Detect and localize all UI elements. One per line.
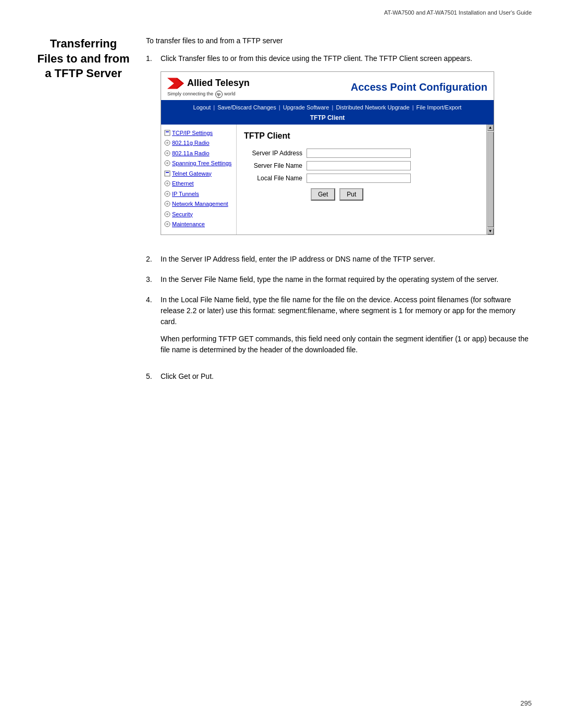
svg-rect-10 bbox=[165, 171, 170, 176]
server-ip-row: Server IP Address bbox=[244, 149, 479, 158]
server-ip-label: Server IP Address bbox=[244, 149, 307, 158]
tftp-panel: TFTP Client Server IP Address Server Fil… bbox=[237, 125, 486, 235]
svg-rect-3 bbox=[166, 131, 169, 132]
svg-rect-2 bbox=[165, 130, 170, 135]
svg-point-21 bbox=[166, 223, 168, 225]
logo: Allied Telesyn Simply connecting the ip … bbox=[167, 76, 250, 98]
scrollbar[interactable]: ▲ ▼ bbox=[486, 125, 494, 235]
sidebar-item-spanning[interactable]: Spanning Tree Settings bbox=[164, 159, 233, 168]
svg-point-19 bbox=[166, 213, 168, 215]
local-file-input[interactable] bbox=[307, 174, 411, 183]
step-5: 5. Click Get or Put. bbox=[146, 371, 532, 382]
step-4: 4. In the Local File Name field, type th… bbox=[146, 294, 532, 362]
tftp-panel-title: TFTP Client bbox=[244, 130, 479, 142]
button-row: Get Put bbox=[311, 188, 479, 201]
svg-marker-1 bbox=[167, 78, 182, 89]
app-title: Access Point Configuration bbox=[351, 79, 487, 95]
file-import-link[interactable]: File Import/Export bbox=[417, 104, 462, 110]
server-file-label: Server File Name bbox=[244, 161, 307, 170]
svg-point-15 bbox=[166, 193, 168, 195]
scroll-thumb[interactable] bbox=[487, 132, 494, 227]
step-3: 3. In the Server File Name field, type t… bbox=[146, 274, 532, 285]
put-button[interactable]: Put bbox=[339, 188, 363, 201]
svg-rect-11 bbox=[166, 172, 169, 173]
note-paragraph: When performing TFTP GET commands, this … bbox=[161, 334, 532, 355]
sidebar-item-80211a[interactable]: 802.11a Radio bbox=[164, 149, 233, 158]
svg-point-9 bbox=[166, 162, 168, 164]
get-button[interactable]: Get bbox=[311, 188, 335, 201]
sidebar-item-iptunnels[interactable]: IP Tunnels bbox=[164, 190, 233, 199]
sidebar-item-80211g[interactable]: 802.11g Radio bbox=[164, 139, 233, 147]
svg-point-13 bbox=[166, 182, 168, 184]
svg-point-17 bbox=[166, 203, 168, 205]
step-2: 2. In the Server IP Address field, enter… bbox=[146, 254, 532, 265]
save-link[interactable]: Save/Discard Changes bbox=[217, 104, 276, 110]
intro-text: To transfer files to and from a TFTP ser… bbox=[146, 36, 532, 45]
sidebar-item-tcpip[interactable]: TCP/IP Settings bbox=[164, 129, 233, 138]
scroll-down-arrow[interactable]: ▼ bbox=[487, 228, 494, 235]
svg-point-5 bbox=[166, 142, 168, 144]
sidebar-item-telnet[interactable]: Telnet Gateway bbox=[164, 169, 233, 178]
logout-link[interactable]: Logout bbox=[193, 104, 211, 110]
nav-links: Logout | Save/Discard Changes | Upgrade … bbox=[165, 103, 489, 112]
svg-point-7 bbox=[166, 152, 168, 154]
nav-bar: Logout | Save/Discard Changes | Upgrade … bbox=[161, 101, 494, 125]
server-ip-input[interactable] bbox=[307, 149, 411, 158]
sidebar-item-security[interactable]: Security bbox=[164, 210, 233, 219]
sidebar-item-maintenance[interactable]: Maintenance bbox=[164, 220, 233, 229]
sidebar: TCP/IP Settings 802.11g Radio 802.11a Ra… bbox=[161, 125, 237, 235]
screenshot-ui: Allied Telesyn Simply connecting the ip … bbox=[161, 71, 494, 235]
sidebar-item-netmgmt[interactable]: Network Management bbox=[164, 200, 233, 208]
local-file-row: Local File Name bbox=[244, 174, 479, 183]
sidebar-item-ethernet[interactable]: Ethernet bbox=[164, 179, 233, 188]
app-header: Allied Telesyn Simply connecting the ip … bbox=[161, 72, 494, 101]
scroll-up-arrow[interactable]: ▲ bbox=[487, 125, 494, 131]
server-file-input[interactable] bbox=[307, 161, 411, 170]
page-header: AT-WA7500 and AT-WA7501 Installation and… bbox=[0, 0, 563, 16]
dist-upgrade-link[interactable]: Distributed Network Upgrade bbox=[336, 104, 409, 110]
logo-text: Allied Telesyn bbox=[187, 76, 250, 90]
server-file-row: Server File Name bbox=[244, 161, 479, 170]
nav-subtitle: TFTP Client bbox=[165, 113, 489, 122]
local-file-label: Local File Name bbox=[244, 174, 307, 183]
logo-tagline: Simply connecting the ip world bbox=[167, 91, 236, 98]
section-title: Transferring Files to and from a TFTP Se… bbox=[31, 36, 136, 81]
upgrade-link[interactable]: Upgrade Software bbox=[283, 104, 329, 110]
page-number: 295 bbox=[520, 699, 532, 707]
logo-icon bbox=[167, 78, 184, 89]
step-1: 1. Click Transfer files to or from this … bbox=[146, 53, 532, 244]
